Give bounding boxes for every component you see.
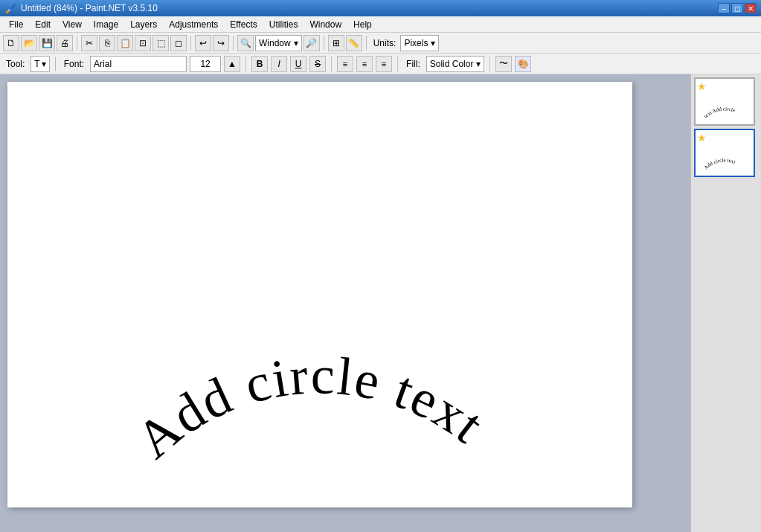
- canvas-wrapper[interactable]: Add circle text: [0, 74, 690, 532]
- sep3: [233, 36, 234, 51]
- fill-arrow: ▾: [476, 59, 481, 69]
- menu-help[interactable]: Help: [347, 16, 378, 32]
- canvas[interactable]: Add circle text: [7, 82, 632, 507]
- rulers-button[interactable]: 📏: [346, 35, 362, 51]
- tool-value: T: [34, 59, 39, 69]
- align-center-button[interactable]: ≡: [356, 56, 373, 72]
- app-icon: 🖌️: [4, 3, 16, 14]
- zoom-value: Window: [259, 38, 291, 48]
- menu-edit[interactable]: Edit: [29, 16, 57, 32]
- open-button[interactable]: 📂: [21, 35, 37, 51]
- menu-window[interactable]: Window: [304, 16, 347, 32]
- minimize-button[interactable]: –: [718, 3, 730, 13]
- tool-arrow: ▾: [42, 59, 46, 69]
- fill-value: Solid Color: [430, 59, 474, 69]
- menu-utilities[interactable]: Utilities: [263, 16, 304, 32]
- units-arrow: ▾: [431, 38, 435, 48]
- tool-select[interactable]: T ▾: [30, 56, 49, 72]
- thumb1-star-icon: ★: [697, 80, 707, 92]
- close-button[interactable]: ✕: [745, 3, 757, 13]
- titlebar-title: Untitled (84%) - Paint.NET v3.5.10: [21, 3, 158, 13]
- thumb2-star-icon: ★: [697, 132, 707, 144]
- sep-t1: [55, 57, 56, 71]
- crop-button[interactable]: ⊡: [135, 35, 151, 51]
- fill-dropdown[interactable]: Solid Color ▾: [426, 56, 485, 72]
- font-name-input[interactable]: [90, 56, 187, 72]
- titlebar-left: 🖌️ Untitled (84%) - Paint.NET v3.5.10: [4, 3, 158, 14]
- menu-file[interactable]: File: [3, 16, 29, 32]
- thumbnail-1[interactable]: ★ text Add circle: [694, 77, 755, 126]
- undo-button[interactable]: ↩: [195, 35, 211, 51]
- align-left-button[interactable]: ≡: [337, 56, 353, 72]
- zoom-arrow: ▾: [294, 38, 298, 48]
- sep2: [190, 36, 191, 51]
- svg-text:text Add circle: text Add circle: [703, 106, 736, 119]
- menubar: File Edit View Image Layers Adjustments …: [0, 16, 761, 33]
- italic-button[interactable]: I: [271, 56, 287, 72]
- deselect-button[interactable]: ◻: [170, 35, 187, 51]
- right-panel: ★ text Add circle ★ Add circle text: [690, 74, 761, 532]
- units-dropdown[interactable]: Pixels ▾: [400, 35, 439, 51]
- underline-button[interactable]: U: [290, 56, 306, 72]
- select-all-button[interactable]: ⬚: [152, 35, 169, 51]
- sep-t3: [331, 57, 332, 71]
- menu-layers[interactable]: Layers: [124, 16, 163, 32]
- titlebar: 🖌️ Untitled (84%) - Paint.NET v3.5.10 – …: [0, 0, 761, 16]
- titlebar-controls: – ◻ ✕: [718, 3, 757, 13]
- units-value: Pixels: [404, 38, 428, 48]
- thumbnail-2[interactable]: ★ Add circle text: [694, 129, 755, 177]
- zoom-out-button[interactable]: 🔍: [237, 35, 254, 51]
- align-right-button[interactable]: ≡: [376, 56, 392, 72]
- sep-t2: [245, 57, 246, 71]
- redo-button[interactable]: ↪: [213, 35, 229, 51]
- main-area: Add circle text ★ text Add circle ★: [0, 74, 761, 532]
- paste-button[interactable]: 📋: [117, 35, 133, 51]
- fill-label: Fill:: [403, 59, 423, 69]
- save-button[interactable]: 💾: [39, 35, 55, 51]
- canvas-svg: Add circle text: [7, 82, 632, 507]
- bold-button[interactable]: B: [251, 56, 268, 72]
- sep-t5: [489, 57, 490, 71]
- menu-effects[interactable]: Effects: [224, 16, 263, 32]
- sep-t4: [397, 57, 398, 71]
- restore-button[interactable]: ◻: [731, 3, 743, 13]
- copy-button[interactable]: ⎘: [99, 35, 115, 51]
- cut-button[interactable]: ✂: [81, 35, 97, 51]
- font-size-up-button[interactable]: ▲: [224, 56, 240, 72]
- svg-text:Add circle text: Add circle text: [125, 345, 495, 469]
- print-button[interactable]: 🖨: [57, 35, 73, 51]
- zoom-dropdown[interactable]: Window ▾: [255, 35, 302, 51]
- units-label: Units:: [370, 38, 399, 48]
- curve-tool-btn[interactable]: 〜: [495, 56, 512, 72]
- menu-image[interactable]: Image: [88, 16, 124, 32]
- fill-color-btn[interactable]: 🎨: [515, 56, 531, 72]
- svg-text:Add circle text: Add circle text: [703, 157, 736, 170]
- sep1: [77, 36, 77, 51]
- zoom-in-button[interactable]: 🔎: [304, 35, 320, 51]
- strikethrough-button[interactable]: S: [309, 56, 326, 72]
- toolbar1: 🗋 📂 💾 🖨 ✂ ⎘ 📋 ⊡ ⬚ ◻ ↩ ↪ 🔍 Window ▾ 🔎 ⊞ 📏…: [0, 33, 761, 54]
- grid-button[interactable]: ⊞: [328, 35, 344, 51]
- toolbar2: Tool: T ▾ Font: ▲ B I U S ≡ ≡ ≡ Fill: So…: [0, 54, 761, 74]
- menu-adjustments[interactable]: Adjustments: [163, 16, 224, 32]
- font-size-input[interactable]: [190, 56, 221, 72]
- tool-label: Tool:: [3, 59, 28, 69]
- new-button[interactable]: 🗋: [3, 35, 19, 51]
- sep4: [324, 36, 324, 51]
- sep5: [366, 36, 367, 51]
- menu-view[interactable]: View: [57, 16, 88, 32]
- font-label: Font:: [61, 59, 87, 69]
